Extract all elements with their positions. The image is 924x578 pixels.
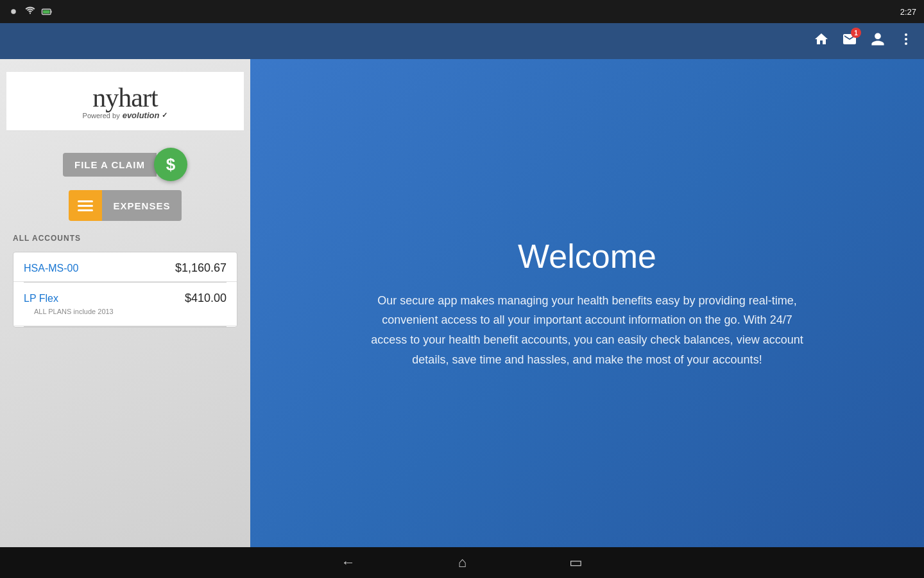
- main-content: nyhart Powered by evolution ✓ FILE A CLA…: [0, 59, 924, 547]
- file-claim-label: FILE A CLAIM: [63, 153, 157, 177]
- status-icons-left: [8, 6, 53, 17]
- status-bar: 2:27: [0, 0, 924, 23]
- nav-bar: ← ⌂ ▭: [0, 547, 924, 578]
- status-right: 2:27: [900, 7, 916, 17]
- accounts-card: HSA-MS-00 $1,160.67 LP Flex $410.00 ALL …: [13, 252, 237, 328]
- more-icon[interactable]: [898, 31, 914, 51]
- app-bar: 1: [0, 23, 924, 59]
- account-row-lpflex[interactable]: LP Flex $410.00 ALL PLANS include 2013: [13, 283, 237, 326]
- welcome-title: Welcome: [518, 237, 656, 276]
- file-claim-button[interactable]: FILE A CLAIM $: [63, 148, 187, 181]
- expenses-label: EXPENSES: [102, 190, 182, 221]
- home-icon[interactable]: [814, 31, 829, 51]
- sidebar: nyhart Powered by evolution ✓ FILE A CLA…: [0, 59, 250, 547]
- receipt-lines-icon: [78, 200, 93, 211]
- svg-point-6: [905, 42, 907, 45]
- account-row-lpflex-inner: LP Flex $410.00: [24, 292, 227, 305]
- logo-evolution: evolution: [123, 110, 160, 120]
- logo-powered: Powered by evolution ✓: [83, 110, 168, 120]
- user-icon[interactable]: [870, 31, 886, 51]
- back-button[interactable]: ←: [341, 554, 355, 571]
- status-time: 2:27: [900, 7, 916, 17]
- account-row-hsa[interactable]: HSA-MS-00 $1,160.67: [13, 252, 237, 282]
- right-panel: Welcome Our secure app makes managing yo…: [250, 59, 924, 547]
- home-button[interactable]: ⌂: [458, 554, 466, 571]
- svg-rect-3: [43, 10, 50, 13]
- message-badge: 1: [851, 28, 861, 38]
- recent-button[interactable]: ▭: [569, 554, 583, 571]
- svg-point-4: [905, 33, 907, 36]
- logo-checkmark: ✓: [162, 111, 167, 119]
- file-claim-icon: $: [154, 148, 187, 181]
- welcome-text: Our secure app makes managing your healt…: [363, 291, 812, 369]
- account-name-hsa: HSA-MS-00: [24, 263, 78, 274]
- svg-rect-2: [51, 11, 52, 13]
- message-icon[interactable]: 1: [842, 31, 857, 51]
- logo-text: nyhart: [92, 82, 157, 113]
- svg-point-5: [905, 38, 907, 40]
- account-name-lpflex: LP Flex: [24, 293, 58, 304]
- expenses-button[interactable]: EXPENSES: [69, 190, 182, 221]
- account-balance-lpflex: $410.00: [185, 292, 227, 305]
- all-accounts-label: ALL ACCOUNTS: [6, 227, 244, 245]
- account-balance-hsa: $1,160.67: [175, 261, 227, 275]
- account-sub-lpflex: ALL PLANS include 2013: [24, 305, 227, 322]
- svg-point-0: [11, 9, 16, 14]
- logo-area: nyhart Powered by evolution ✓: [6, 72, 244, 131]
- expenses-icon: [69, 190, 102, 221]
